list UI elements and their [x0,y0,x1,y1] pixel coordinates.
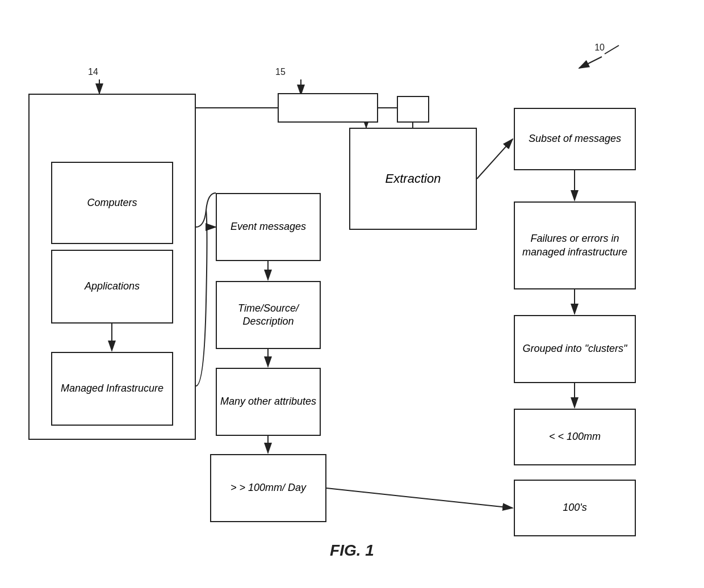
many-other-label: Many other attributes [220,395,316,408]
ref-15: 15 [275,67,286,77]
svg-line-2 [605,45,619,54]
computers-label: Computers [87,196,137,209]
hundreds-box: 100's [514,480,636,536]
failures-box: Failures or errors in managed infrastruc… [514,201,636,289]
time-source-label: Time/Source/ Description [217,302,320,329]
computers-box: Computers [51,162,173,244]
figure-label: FIG. 1 [330,541,374,560]
lt100mm-box: < < 100mm [514,409,636,465]
managed-infra-box: Managed Infrastrucure [51,352,173,426]
event-messages-box: Event messages [216,193,321,261]
svg-rect-11 [278,94,378,122]
hundreds-label: 100's [563,501,586,514]
subset-messages-label: Subset of messages [529,132,621,145]
ref-14: 14 [88,67,98,77]
svg-line-20 [326,488,513,508]
applications-box: Applications [51,250,173,324]
gt100mm-label: > > 100mm/ Day [231,481,306,494]
gt100mm-box: > > 100mm/ Day [210,454,326,522]
subset-messages-box: Subset of messages [514,108,636,170]
lt100mm-label: < < 100mm [549,430,601,443]
time-source-box: Time/Source/ Description [216,281,321,349]
applications-label: Applications [85,280,140,293]
extraction-label: Extraction [385,171,441,187]
svg-line-16 [477,139,513,179]
event-messages-label: Event messages [231,220,306,233]
grouped-label: Grouped into "clusters" [523,342,627,355]
diagram: 10 14 15 12 Computers Applications Manag… [0,0,704,588]
extraction-box: Extraction [349,128,477,230]
managed-infra-label: Managed Infrastrucure [61,382,164,395]
failures-label: Failures or errors in managed infrastruc… [515,232,635,259]
grouped-box: Grouped into "clusters" [514,315,636,383]
svg-rect-14 [397,96,429,122]
many-other-box: Many other attributes [216,368,321,436]
ref-12: 12 [351,114,361,124]
svg-line-1 [579,57,602,68]
ref-10: 10 [594,43,605,53]
